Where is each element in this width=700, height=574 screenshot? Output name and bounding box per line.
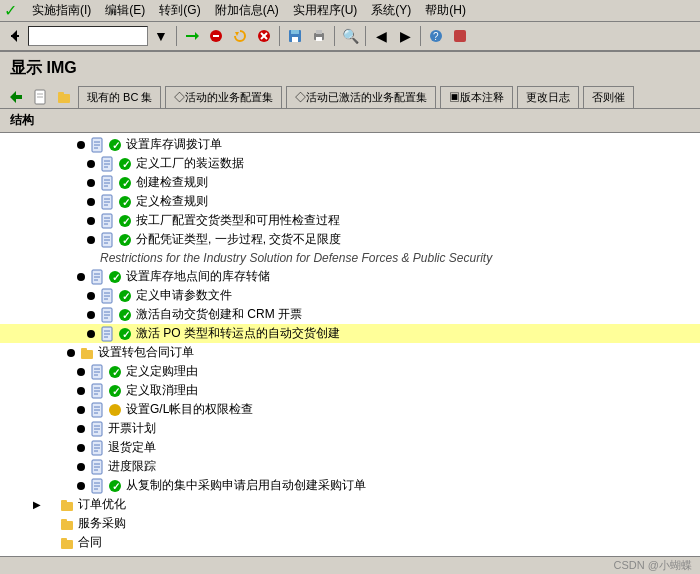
toolbar-separator-1 (176, 26, 177, 46)
sap-logo-icon: ✓ (4, 1, 17, 20)
tree-item[interactable]: Restrictions for the Industry Solution f… (0, 249, 700, 267)
tree-item[interactable]: ✓定义取消理由 (0, 381, 700, 400)
tree-item-icon (89, 364, 105, 380)
bottom-bar: CSDN @小蝴蝶 (0, 556, 700, 574)
tree-item-label: 设置库存地点间的库存转储 (124, 268, 270, 285)
tree-item[interactable]: ✓创建检查规则 (0, 173, 700, 192)
tree-item-label: 退货定单 (106, 439, 156, 456)
cancel-button[interactable] (253, 25, 275, 47)
tree-item-icon (107, 402, 123, 418)
tree-item[interactable]: ✓按工厂配置交货类型和可用性检查过程 (0, 211, 700, 230)
tree-bullet (67, 349, 75, 357)
tree-item-label: 按工厂配置交货类型和可用性检查过程 (134, 212, 340, 229)
tree-bullet (87, 198, 95, 206)
svg-marker-3 (195, 32, 199, 40)
tree-item-label: 定义定购理由 (124, 363, 198, 380)
tree-item[interactable]: ✓激活自动交货创建和 CRM 开票 (0, 305, 700, 324)
menu-info[interactable]: 附加信息(A) (212, 1, 282, 20)
tab-active-activated[interactable]: ◇活动已激活的业务配置集 (286, 86, 436, 108)
tree-item-icon (99, 194, 115, 210)
tree-item-label: 定义工厂的装运数据 (134, 155, 244, 172)
tree-item-label: 设置G/L帐目的权限检查 (124, 401, 253, 418)
tab-icon-folder[interactable] (54, 87, 74, 107)
tree-item[interactable]: ✓定义检查规则 (0, 192, 700, 211)
tree-item-icon: ✓ (117, 156, 133, 172)
tree-item[interactable]: ✓设置库存地点间的库存转储 (0, 267, 700, 286)
svg-point-103 (109, 404, 121, 416)
enter-button[interactable] (181, 25, 203, 47)
tree-bullet (87, 217, 95, 225)
tab-change-log[interactable]: 更改日志 (517, 86, 579, 108)
menu-utils[interactable]: 实用程序(U) (290, 1, 361, 20)
tree-item[interactable]: ✓定义定购理由 (0, 362, 700, 381)
tree-item[interactable]: 开票计划 (0, 419, 700, 438)
tab-icon-doc[interactable] (30, 87, 50, 107)
tree-item[interactable]: 设置转包合同订单 (0, 343, 700, 362)
stop-button[interactable] (205, 25, 227, 47)
refresh-button[interactable] (229, 25, 251, 47)
svg-text:✓: ✓ (122, 216, 130, 227)
tree-item-icon (99, 156, 115, 172)
toolbar-separator-3 (334, 26, 335, 46)
tree-item[interactable]: 服务采购 (0, 514, 700, 533)
svg-rect-5 (213, 35, 219, 37)
tree-item[interactable]: ✓激活 PO 类型和转运点的自动交货创建 (0, 324, 700, 343)
tree-item-icon (89, 137, 105, 153)
find-button[interactable]: 🔍 (339, 25, 361, 47)
tree-item-icon (59, 497, 75, 513)
svg-rect-14 (316, 30, 322, 34)
tree-item[interactable]: ✓设置库存调拨订单 (0, 135, 700, 154)
svg-rect-124 (61, 521, 73, 530)
save-button[interactable] (284, 25, 306, 47)
help-button[interactable]: ? (425, 25, 447, 47)
tree-item[interactable]: ✓从复制的集中采购申请启用自动创建采购订单 (0, 476, 700, 495)
tree-item[interactable]: ✓定义工厂的装运数据 (0, 154, 700, 173)
svg-rect-18 (454, 30, 466, 42)
menu-goto[interactable]: 转到(G) (156, 1, 203, 20)
tree-area[interactable]: ✓设置库存调拨订单✓定义工厂的装运数据✓创建检查规则✓定义检查规则✓按工厂配置交… (0, 133, 700, 573)
tree-item-icon: ✓ (107, 269, 123, 285)
tree-item-icon (99, 232, 115, 248)
tree-bullet (77, 425, 85, 433)
menu-bar: ✓ 实施指南(I) 编辑(E) 转到(G) 附加信息(A) 实用程序(U) 系统… (0, 0, 700, 22)
tree-item-label: Restrictions for the Industry Solution f… (98, 251, 492, 265)
tree-item[interactable]: 进度限踪 (0, 457, 700, 476)
tree-item-icon (89, 459, 105, 475)
back-button[interactable] (4, 25, 26, 47)
tree-bullet (87, 311, 95, 319)
tree-item[interactable]: 合同 (0, 533, 700, 552)
tab-active-business[interactable]: ◇活动的业务配置集 (165, 86, 282, 108)
tab-bc-collection[interactable]: 现有的 BC 集 (78, 86, 161, 108)
tree-item[interactable]: 设置G/L帐目的权限检查 (0, 400, 700, 419)
svg-text:✓: ✓ (122, 235, 130, 246)
command-input[interactable] (28, 26, 148, 46)
menu-shishi[interactable]: 实施指南(I) (29, 1, 94, 20)
tree-bullet (77, 387, 85, 395)
toolbar-separator-5 (420, 26, 421, 46)
tree-item[interactable]: ▶订单优化 (0, 495, 700, 514)
tree-item-label: 创建检查规则 (134, 174, 208, 191)
menu-system[interactable]: 系统(Y) (368, 1, 414, 20)
tree-expand-icon[interactable]: ▶ (30, 498, 44, 512)
tree-item[interactable]: ✓分配凭证类型, 一步过程, 交货不足限度 (0, 230, 700, 249)
tab-otherwise[interactable]: 否则催 (583, 86, 634, 108)
tree-bullet (87, 236, 95, 244)
tree-item-icon (89, 402, 105, 418)
tree-item[interactable]: 退货定单 (0, 438, 700, 457)
svg-text:✓: ✓ (122, 159, 130, 170)
dropdown-btn[interactable]: ▼ (150, 25, 172, 47)
next-button[interactable]: ▶ (394, 25, 416, 47)
toolbar-separator-4 (365, 26, 366, 46)
menu-help[interactable]: 帮助(H) (422, 1, 469, 20)
tree-item-icon: ✓ (107, 364, 123, 380)
tab-icon-arrow[interactable] (6, 87, 26, 107)
tab-version-comment[interactable]: ▣版本注释 (440, 86, 513, 108)
tree-bullet (87, 330, 95, 338)
menu-edit[interactable]: 编辑(E) (102, 1, 148, 20)
tree-item-label: 激活自动交货创建和 CRM 开票 (134, 306, 302, 323)
tree-bullet (77, 482, 85, 490)
print-button[interactable] (308, 25, 330, 47)
settings-button[interactable] (449, 25, 471, 47)
prev-button[interactable]: ◀ (370, 25, 392, 47)
tree-item[interactable]: ✓定义申请参数文件 (0, 286, 700, 305)
